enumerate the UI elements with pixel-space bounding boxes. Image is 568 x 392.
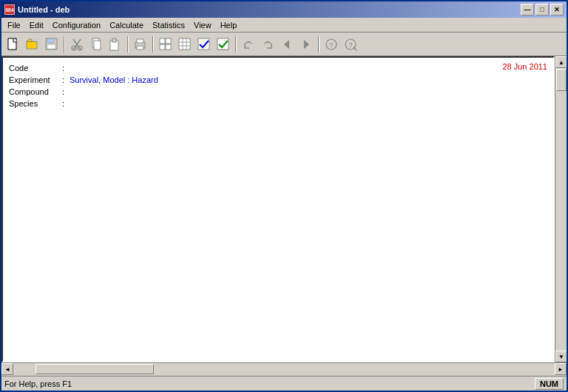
svg-rect-27 (217, 38, 229, 50)
menu-configuration[interactable]: Configuration (48, 19, 105, 31)
experiment-value: Survival, Model : Hazard (70, 74, 158, 86)
status-help-text: For Help, press F1 (4, 379, 72, 388)
experiment-colon: : (62, 74, 70, 86)
maximize-button[interactable]: □ (535, 4, 549, 16)
code-row: Code : (9, 62, 547, 74)
forward-button[interactable] (297, 36, 315, 53)
verify-button[interactable] (214, 36, 232, 53)
menu-statistics[interactable]: Statistics (148, 19, 189, 31)
back-button[interactable] (278, 36, 296, 53)
svg-rect-15 (137, 39, 143, 43)
svg-rect-20 (166, 44, 171, 50)
scroll-down-button[interactable]: ▼ (555, 351, 567, 362)
menu-calculate[interactable]: Calculate (105, 19, 148, 31)
scroll-right-button[interactable]: ► (555, 363, 567, 375)
svg-marker-2 (27, 39, 32, 41)
content-area: 28 Jun 2011 Code : Experiment : Survival… (1, 56, 555, 362)
experiment-label: Experiment (9, 74, 62, 86)
main-area: 28 Jun 2011 Code : Experiment : Survival… (1, 56, 567, 362)
svg-text:?: ? (329, 41, 333, 49)
svg-rect-11 (94, 41, 101, 50)
separator-2 (127, 36, 129, 53)
table-button[interactable] (176, 36, 194, 53)
svg-rect-17 (160, 38, 165, 44)
minimize-button[interactable]: — (521, 4, 534, 16)
svg-text:?: ? (348, 41, 352, 49)
app-icon: 884 (4, 4, 15, 15)
compound-colon: : (62, 86, 70, 98)
svg-rect-18 (166, 38, 171, 44)
scrollbar-h-track (13, 363, 555, 376)
status-bar: For Help, press F1 NUM (1, 376, 567, 391)
window-title: Untitled - deb (18, 5, 70, 14)
separator-1 (64, 36, 65, 53)
menu-edit[interactable]: Edit (25, 19, 48, 31)
title-buttons: — □ ✕ (521, 4, 564, 16)
redo-button[interactable] (259, 36, 277, 53)
svg-rect-0 (8, 38, 16, 50)
undo-button[interactable] (240, 36, 257, 53)
scroll-left-button[interactable]: ◄ (1, 363, 13, 375)
separator-3 (152, 36, 154, 53)
check-button[interactable] (195, 36, 213, 53)
svg-rect-16 (137, 46, 143, 50)
about-button[interactable]: ? (342, 36, 359, 53)
vertical-scrollbar: ▲ ▼ (555, 56, 567, 362)
close-button[interactable]: ✕ (550, 4, 564, 16)
cut-button[interactable] (68, 36, 86, 53)
species-colon: : (62, 98, 70, 109)
paste-button[interactable] (106, 36, 124, 53)
toolbar: ? ? (1, 33, 567, 56)
experiment-row: Experiment : Survival, Model : Hazard (9, 74, 547, 86)
svg-marker-30 (304, 40, 309, 49)
menu-file[interactable]: File (3, 19, 25, 31)
grid-button[interactable] (157, 36, 175, 53)
svg-rect-13 (112, 38, 116, 42)
svg-rect-1 (27, 41, 37, 49)
scrollbar-v-thumb[interactable] (556, 69, 567, 91)
help-button[interactable]: ? (322, 36, 340, 53)
horizontal-scrollbar-bar: ◄ ► (1, 362, 567, 376)
content-inner: 28 Jun 2011 Code : Experiment : Survival… (3, 58, 553, 361)
scrollbar-v-track (555, 68, 567, 351)
svg-rect-5 (47, 44, 55, 49)
compound-label: Compound (9, 86, 62, 98)
title-bar-left: 884 Untitled - deb (4, 4, 70, 15)
species-label: Species (9, 98, 62, 109)
code-colon: : (62, 62, 70, 74)
svg-rect-26 (198, 38, 209, 50)
save-button[interactable] (43, 36, 61, 53)
copy-button[interactable] (87, 36, 105, 53)
code-label: Code (9, 62, 62, 74)
print-button[interactable] (132, 36, 149, 53)
svg-rect-4 (47, 38, 54, 43)
scroll-up-button[interactable]: ▲ (555, 56, 567, 68)
svg-marker-29 (284, 40, 289, 49)
svg-rect-19 (160, 44, 165, 50)
svg-rect-21 (179, 38, 190, 50)
num-indicator: NUM (535, 378, 564, 390)
title-bar: 884 Untitled - deb — □ ✕ (1, 1, 567, 18)
date-display: 28 Jun 2011 (502, 62, 547, 71)
menu-view[interactable]: View (189, 19, 216, 31)
compound-row: Compound : (9, 86, 547, 98)
separator-4 (235, 36, 237, 53)
menu-bar: File Edit Configuration Calculate Statis… (1, 18, 567, 33)
separator-5 (318, 36, 320, 53)
species-row: Species : (9, 98, 547, 109)
main-window: 884 Untitled - deb — □ ✕ File Edit Confi… (0, 0, 568, 392)
menu-help[interactable]: Help (216, 19, 242, 31)
open-button[interactable] (24, 36, 41, 53)
scrollbar-h-thumb[interactable] (36, 364, 154, 374)
new-button[interactable] (4, 36, 22, 53)
